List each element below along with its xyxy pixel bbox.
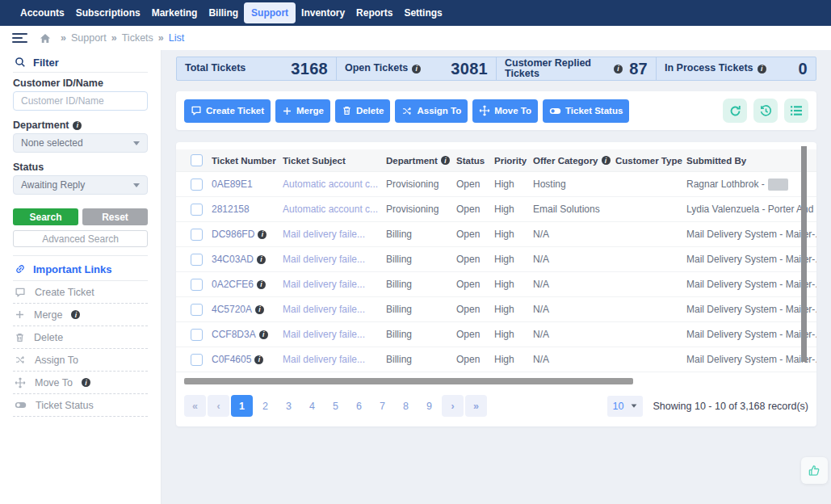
ticket-info-icon[interactable]: i (254, 355, 263, 364)
column-header-customer-type[interactable]: Customer Type (615, 156, 686, 166)
ticket-subject-link[interactable]: Mail delivery faile... (283, 254, 365, 265)
customer-id-input[interactable] (13, 91, 148, 111)
horizontal-scrollbar-thumb[interactable] (184, 378, 633, 384)
reset-button[interactable]: Reset (82, 208, 148, 225)
row-checkbox[interactable] (191, 229, 203, 241)
page-size-select[interactable]: 10 (607, 396, 643, 417)
page-8-button[interactable]: 8 (395, 395, 417, 417)
sidebar-link-delete[interactable]: Delete (13, 326, 148, 349)
nav-item-billing[interactable]: Billing (203, 2, 244, 23)
ticket-number-link[interactable]: C0F4605 (212, 354, 251, 365)
column-header-status[interactable]: Status (456, 156, 494, 166)
column-header-priority[interactable]: Priority (494, 156, 533, 166)
horizontal-scrollbar[interactable] (184, 378, 808, 384)
ticket-number-link[interactable]: DC986FD (212, 229, 254, 240)
page-1-button[interactable]: 1 (231, 395, 253, 417)
ticket-number-link[interactable]: 4C5720A (212, 304, 252, 315)
search-button[interactable]: Search (13, 208, 78, 225)
info-icon[interactable]: i (602, 156, 611, 165)
sidebar-link-merge[interactable]: Mergei (13, 304, 148, 326)
page-2-button[interactable]: 2 (254, 395, 276, 417)
ticket-number-link[interactable]: 0A2CFE6 (212, 279, 254, 290)
breadcrumb-current[interactable]: List (169, 32, 184, 44)
row-checkbox[interactable] (191, 254, 203, 266)
ticket-subject-link[interactable]: Automatic account c... (283, 178, 378, 190)
ticket-subject-link[interactable]: Mail delivery faile... (283, 229, 365, 240)
refresh-button[interactable] (723, 99, 747, 123)
info-icon[interactable]: i (441, 156, 450, 165)
row-checkbox[interactable] (191, 304, 203, 316)
page-prev-button[interactable]: ‹ (208, 395, 229, 417)
ticket-info-icon[interactable]: i (257, 255, 266, 264)
delete-button[interactable]: Delete (335, 99, 391, 123)
merge-button[interactable]: Merge (275, 99, 330, 123)
page-4-button[interactable]: 4 (301, 395, 323, 417)
sidebar-link-assign-to[interactable]: Assign To (13, 349, 148, 372)
info-icon[interactable]: i (758, 65, 766, 74)
ticket-subject-link[interactable]: Mail delivery faile... (283, 354, 365, 365)
ticket-subject-link[interactable]: Automatic account c... (283, 204, 378, 215)
ticket-info-icon[interactable]: i (258, 230, 267, 239)
info-icon[interactable]: i (614, 65, 623, 74)
history-button[interactable] (753, 99, 778, 123)
page-6-button[interactable]: 6 (348, 395, 370, 417)
list-view-button[interactable] (784, 99, 808, 123)
ticket-number-link[interactable]: 34C03AD (212, 254, 254, 265)
sidebar-link-create-ticket[interactable]: Create Ticket (13, 281, 148, 304)
ticket-number-link[interactable]: 0AE89E1 (212, 178, 253, 190)
create-ticket-button[interactable]: Create Ticket (184, 99, 271, 123)
ticket-number-link[interactable]: CCF8D3A (212, 329, 256, 340)
column-header-ticket-number[interactable]: Ticket Number (212, 156, 283, 166)
page-next-button[interactable]: › (442, 395, 464, 417)
info-icon[interactable]: i (82, 378, 90, 387)
assign-to-button[interactable]: Assign To (395, 99, 468, 123)
ticket-subject-link[interactable]: Mail delivery faile... (283, 304, 365, 315)
ticket-status-button[interactable]: Ticket Status (543, 99, 629, 123)
home-icon[interactable] (40, 33, 51, 44)
move-to-button[interactable]: Move To (472, 99, 538, 123)
nav-item-accounts[interactable]: Accounts (15, 2, 70, 23)
sidebar-link-move-to[interactable]: Move Toi (13, 372, 148, 394)
menu-icon[interactable] (12, 33, 27, 43)
row-checkbox[interactable] (191, 204, 203, 216)
column-header-department[interactable]: Departmenti (386, 156, 456, 166)
ticket-subject-link[interactable]: Mail delivery faile... (283, 279, 365, 290)
column-header-ticket-subject[interactable]: Ticket Subject (283, 156, 386, 166)
select-all-checkbox[interactable] (191, 154, 203, 166)
row-checkbox[interactable] (191, 329, 203, 341)
nav-item-subscriptions[interactable]: Subscriptions (70, 2, 146, 23)
vertical-scrollbar-thumb[interactable] (801, 146, 807, 362)
ticket-info-icon[interactable]: i (255, 305, 264, 314)
ticket-info-icon[interactable]: i (257, 280, 266, 289)
status-select[interactable]: Awaiting Reply (13, 175, 148, 195)
breadcrumb-item[interactable]: Support (71, 32, 107, 44)
row-checkbox[interactable] (191, 279, 203, 291)
row-checkbox[interactable] (191, 354, 203, 366)
ticket-subject-link[interactable]: Mail delivery faile... (283, 329, 365, 340)
page-9-button[interactable]: 9 (418, 395, 440, 417)
info-icon[interactable]: i (412, 65, 421, 74)
feedback-button[interactable] (801, 457, 828, 484)
nav-item-inventory[interactable]: Inventory (296, 2, 350, 23)
page-first-button[interactable]: « (184, 395, 206, 417)
breadcrumb-item[interactable]: Tickets (122, 32, 153, 44)
column-header-submitted-by[interactable]: Submitted By (686, 156, 816, 166)
ticket-info-icon[interactable]: i (259, 330, 268, 339)
info-icon[interactable]: i (71, 310, 80, 319)
ticket-number-link[interactable]: 2812158 (212, 204, 250, 215)
column-header-offer-category[interactable]: Offer Categoryi (533, 156, 615, 166)
page-5-button[interactable]: 5 (325, 395, 346, 417)
sidebar-link-ticket-status[interactable]: Ticket Status (13, 394, 148, 417)
page-7-button[interactable]: 7 (371, 395, 393, 417)
advanced-search-button[interactable]: Advanced Search (13, 230, 148, 247)
nav-item-support[interactable]: Support (244, 2, 296, 23)
nav-item-reports[interactable]: Reports (350, 2, 398, 23)
department-select[interactable]: None selected (13, 133, 148, 153)
info-icon[interactable]: i (73, 121, 82, 130)
important-links-header: Important Links (13, 262, 148, 275)
page-3-button[interactable]: 3 (278, 395, 300, 417)
row-checkbox[interactable] (191, 178, 203, 191)
nav-item-marketing[interactable]: Marketing (146, 2, 204, 23)
nav-item-settings[interactable]: Settings (398, 2, 447, 23)
page-last-button[interactable]: » (465, 395, 487, 417)
